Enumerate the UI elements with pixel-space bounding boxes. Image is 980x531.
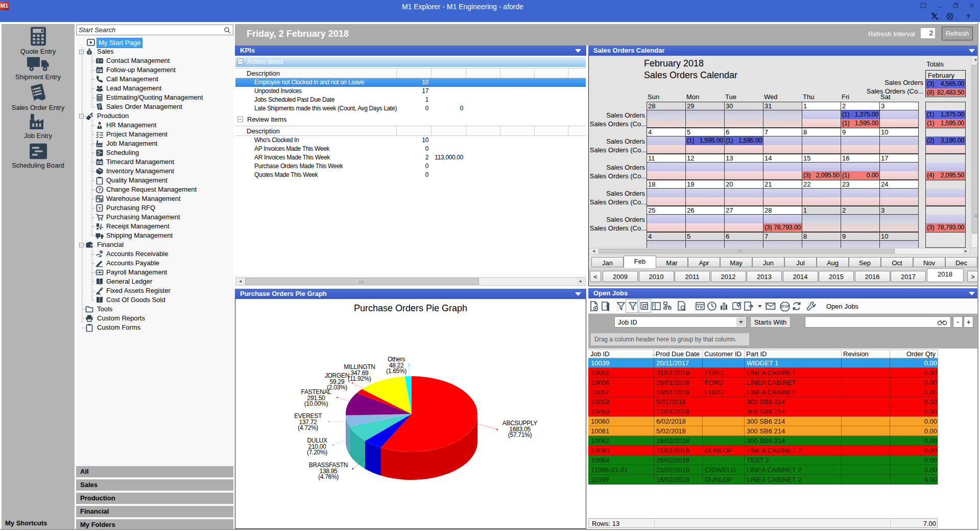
svg-text:$: $ (88, 51, 90, 55)
svg-text:STOP: STOP (780, 305, 790, 308)
svg-text:$: $ (100, 250, 102, 253)
svg-text:?: ? (98, 206, 101, 211)
svg-text:?: ? (98, 187, 101, 192)
svg-text:?: ? (966, 13, 970, 20)
